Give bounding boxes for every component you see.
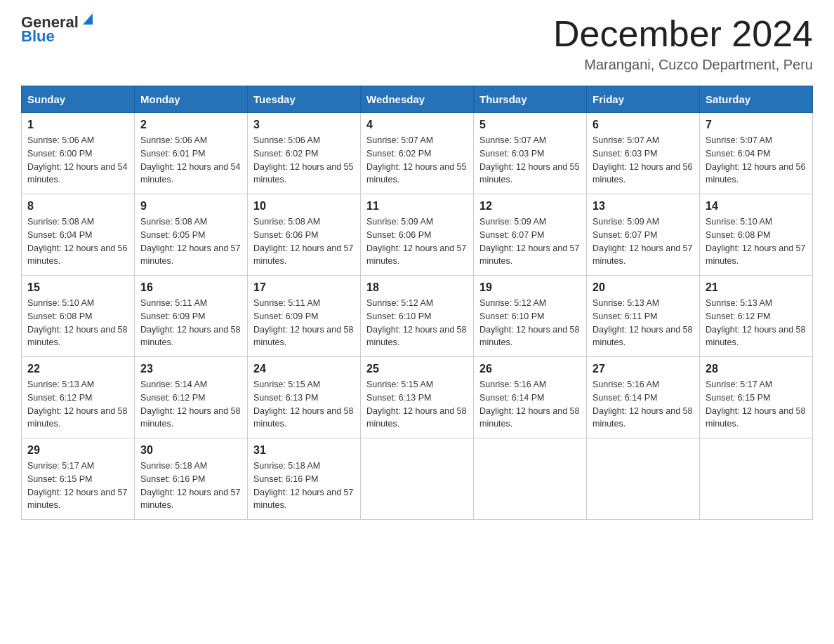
day-number: 13: [593, 200, 694, 213]
day-number: 22: [27, 363, 128, 375]
calendar-cell: 24 Sunrise: 5:15 AMSunset: 6:13 PMDaylig…: [248, 357, 361, 438]
day-info: Sunrise: 5:17 AMSunset: 6:15 PMDaylight:…: [706, 378, 807, 431]
day-number: 9: [140, 200, 241, 213]
calendar-cell: [474, 438, 587, 520]
calendar-cell: [587, 438, 700, 520]
day-info: Sunrise: 5:09 AMSunset: 6:07 PMDaylight:…: [479, 215, 581, 268]
column-header-saturday: Saturday: [700, 86, 813, 113]
day-info: Sunrise: 5:06 AMSunset: 6:00 PMDaylight:…: [27, 134, 128, 187]
day-info: Sunrise: 5:10 AMSunset: 6:08 PMDaylight:…: [27, 297, 128, 349]
day-number: 31: [253, 444, 355, 457]
day-number: 15: [27, 281, 128, 294]
day-info: Sunrise: 5:18 AMSunset: 6:16 PMDaylight:…: [140, 459, 241, 512]
calendar-cell: 26 Sunrise: 5:16 AMSunset: 6:14 PMDaylig…: [474, 357, 587, 438]
calendar-cell: 10 Sunrise: 5:08 AMSunset: 6:06 PMDaylig…: [248, 194, 361, 276]
day-number: 20: [593, 281, 694, 294]
calendar-cell: 23 Sunrise: 5:14 AMSunset: 6:12 PMDaylig…: [135, 357, 248, 438]
day-number: 12: [479, 200, 581, 213]
day-info: Sunrise: 5:09 AMSunset: 6:06 PMDaylight:…: [366, 215, 468, 268]
day-info: Sunrise: 5:07 AMSunset: 6:02 PMDaylight:…: [366, 134, 468, 187]
week-row-4: 22 Sunrise: 5:13 AMSunset: 6:12 PMDaylig…: [22, 357, 813, 438]
week-row-5: 29 Sunrise: 5:17 AMSunset: 6:15 PMDaylig…: [22, 438, 813, 520]
day-info: Sunrise: 5:07 AMSunset: 6:03 PMDaylight:…: [479, 134, 581, 187]
day-info: Sunrise: 5:08 AMSunset: 6:04 PMDaylight:…: [27, 215, 128, 268]
calendar-header-row: SundayMondayTuesdayWednesdayThursdayFrid…: [22, 86, 813, 113]
week-row-1: 1 Sunrise: 5:06 AMSunset: 6:00 PMDayligh…: [22, 113, 813, 194]
day-number: 23: [140, 363, 241, 375]
day-number: 21: [706, 281, 807, 294]
day-info: Sunrise: 5:15 AMSunset: 6:13 PMDaylight:…: [253, 378, 355, 431]
logo-triangle-icon: [80, 13, 93, 26]
day-number: 16: [140, 281, 241, 294]
day-info: Sunrise: 5:10 AMSunset: 6:08 PMDaylight:…: [706, 215, 807, 268]
calendar-cell: 14 Sunrise: 5:10 AMSunset: 6:08 PMDaylig…: [700, 194, 813, 276]
day-number: 19: [479, 281, 581, 294]
column-header-friday: Friday: [587, 86, 700, 113]
subtitle: Marangani, Cuzco Department, Peru: [553, 57, 813, 73]
calendar-cell: 7 Sunrise: 5:07 AMSunset: 6:04 PMDayligh…: [700, 113, 813, 194]
day-info: Sunrise: 5:13 AMSunset: 6:12 PMDaylight:…: [27, 378, 128, 431]
day-info: Sunrise: 5:13 AMSunset: 6:12 PMDaylight:…: [706, 297, 807, 349]
day-number: 17: [253, 281, 355, 294]
day-number: 8: [27, 200, 128, 213]
calendar-cell: 16 Sunrise: 5:11 AMSunset: 6:09 PMDaylig…: [135, 276, 248, 357]
calendar-cell: 31 Sunrise: 5:18 AMSunset: 6:16 PMDaylig…: [248, 438, 361, 520]
day-number: 29: [27, 444, 128, 457]
day-number: 5: [479, 119, 581, 131]
calendar-cell: 19 Sunrise: 5:12 AMSunset: 6:10 PMDaylig…: [474, 276, 587, 357]
day-info: Sunrise: 5:14 AMSunset: 6:12 PMDaylight:…: [140, 378, 241, 431]
logo-text-blue: Blue: [21, 28, 55, 45]
day-number: 2: [140, 119, 241, 131]
day-info: Sunrise: 5:06 AMSunset: 6:02 PMDaylight:…: [253, 134, 355, 187]
week-row-2: 8 Sunrise: 5:08 AMSunset: 6:04 PMDayligh…: [22, 194, 813, 276]
logo: General Blue: [21, 14, 93, 45]
column-header-sunday: Sunday: [22, 86, 135, 113]
day-number: 27: [593, 363, 694, 375]
column-header-tuesday: Tuesday: [248, 86, 361, 113]
calendar-cell: 12 Sunrise: 5:09 AMSunset: 6:07 PMDaylig…: [474, 194, 587, 276]
calendar-cell: 28 Sunrise: 5:17 AMSunset: 6:15 PMDaylig…: [700, 357, 813, 438]
svg-marker-0: [83, 13, 93, 25]
day-number: 25: [366, 363, 468, 375]
day-info: Sunrise: 5:08 AMSunset: 6:06 PMDaylight:…: [253, 215, 355, 268]
day-info: Sunrise: 5:17 AMSunset: 6:15 PMDaylight:…: [27, 459, 128, 512]
day-number: 14: [706, 200, 807, 213]
day-info: Sunrise: 5:18 AMSunset: 6:16 PMDaylight:…: [253, 459, 355, 512]
calendar-cell: 21 Sunrise: 5:13 AMSunset: 6:12 PMDaylig…: [700, 276, 813, 357]
calendar-cell: 5 Sunrise: 5:07 AMSunset: 6:03 PMDayligh…: [474, 113, 587, 194]
day-info: Sunrise: 5:12 AMSunset: 6:10 PMDaylight:…: [366, 297, 468, 349]
title-block: December 2024 Marangani, Cuzco Departmen…: [553, 14, 813, 73]
calendar-table: SundayMondayTuesdayWednesdayThursdayFrid…: [21, 86, 813, 520]
day-number: 6: [593, 119, 694, 131]
day-info: Sunrise: 5:13 AMSunset: 6:11 PMDaylight:…: [593, 297, 694, 349]
calendar-cell: 30 Sunrise: 5:18 AMSunset: 6:16 PMDaylig…: [135, 438, 248, 520]
week-row-3: 15 Sunrise: 5:10 AMSunset: 6:08 PMDaylig…: [22, 276, 813, 357]
calendar-cell: 6 Sunrise: 5:07 AMSunset: 6:03 PMDayligh…: [587, 113, 700, 194]
day-number: 1: [27, 119, 128, 131]
calendar-cell: 25 Sunrise: 5:15 AMSunset: 6:13 PMDaylig…: [361, 357, 474, 438]
calendar-cell: 18 Sunrise: 5:12 AMSunset: 6:10 PMDaylig…: [361, 276, 474, 357]
calendar-cell: 4 Sunrise: 5:07 AMSunset: 6:02 PMDayligh…: [361, 113, 474, 194]
day-number: 11: [366, 200, 468, 213]
column-header-wednesday: Wednesday: [361, 86, 474, 113]
calendar-cell: 29 Sunrise: 5:17 AMSunset: 6:15 PMDaylig…: [22, 438, 135, 520]
day-info: Sunrise: 5:06 AMSunset: 6:01 PMDaylight:…: [140, 134, 241, 187]
column-header-monday: Monday: [135, 86, 248, 113]
day-number: 28: [706, 363, 807, 375]
calendar-cell: [700, 438, 813, 520]
day-info: Sunrise: 5:07 AMSunset: 6:03 PMDaylight:…: [593, 134, 694, 187]
day-number: 10: [253, 200, 355, 213]
column-header-thursday: Thursday: [474, 86, 587, 113]
day-info: Sunrise: 5:16 AMSunset: 6:14 PMDaylight:…: [479, 378, 581, 431]
calendar-cell: 2 Sunrise: 5:06 AMSunset: 6:01 PMDayligh…: [135, 113, 248, 194]
calendar-cell: 27 Sunrise: 5:16 AMSunset: 6:14 PMDaylig…: [587, 357, 700, 438]
day-info: Sunrise: 5:15 AMSunset: 6:13 PMDaylight:…: [366, 378, 468, 431]
day-info: Sunrise: 5:08 AMSunset: 6:05 PMDaylight:…: [140, 215, 241, 268]
calendar-cell: 20 Sunrise: 5:13 AMSunset: 6:11 PMDaylig…: [587, 276, 700, 357]
day-info: Sunrise: 5:16 AMSunset: 6:14 PMDaylight:…: [593, 378, 694, 431]
day-info: Sunrise: 5:11 AMSunset: 6:09 PMDaylight:…: [253, 297, 355, 349]
calendar-cell: [361, 438, 474, 520]
calendar-cell: 9 Sunrise: 5:08 AMSunset: 6:05 PMDayligh…: [135, 194, 248, 276]
day-number: 24: [253, 363, 355, 375]
day-number: 3: [253, 119, 355, 131]
